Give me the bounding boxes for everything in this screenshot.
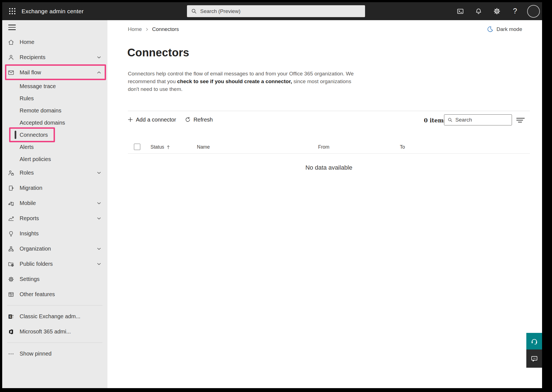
sidebar-item-mobile[interactable]: Mobile (2, 196, 107, 211)
table-grid-icon (8, 291, 14, 298)
notifications-button[interactable] (472, 5, 485, 17)
filter-button[interactable] (515, 116, 526, 125)
powershell-button[interactable] (454, 5, 466, 17)
sidebar-item-label: Reports (20, 215, 39, 222)
dark-mode-toggle[interactable]: Dark mode (487, 26, 522, 33)
feedback-chat-icon (530, 354, 538, 363)
topbar-icon-group: ? (454, 2, 540, 20)
folder-globe-icon (8, 261, 14, 267)
sidebar-item-label: Mail flow (20, 69, 41, 76)
column-header-status[interactable]: Status (150, 144, 170, 150)
sidebar-item-organization[interactable]: Organization (2, 241, 107, 256)
list-search-input[interactable] (455, 117, 509, 123)
sidebar-item-accepted-domains[interactable]: Accepted domains (2, 117, 107, 129)
sidebar-item-label: Classic Exchange adm... (20, 313, 80, 320)
column-header-name[interactable]: Name (197, 144, 210, 150)
svg-text:E: E (9, 315, 11, 318)
sidebar-item-migration[interactable]: Migration (2, 180, 107, 196)
hamburger-icon (8, 25, 16, 25)
table-header-row: Status Name From To (128, 141, 530, 154)
support-button[interactable] (526, 333, 542, 349)
sidebar-item-message-trace[interactable]: Message trace (2, 80, 107, 92)
exchange-logo-icon: E (8, 313, 14, 320)
sidebar-item-label: Other features (20, 291, 55, 298)
sidebar-item-label: Rules (20, 95, 34, 102)
sidebar-item-alert-policies[interactable]: Alert policies (2, 153, 107, 165)
global-search-input[interactable] (200, 8, 361, 14)
select-all-checkbox[interactable] (134, 144, 140, 150)
description-link[interactable]: check to see if you should create a conn… (177, 78, 292, 84)
help-button[interactable]: ? (509, 5, 521, 17)
sidebar-item-label: Connectors (20, 132, 48, 138)
moon-icon (487, 26, 494, 33)
add-connector-label: Add a connector (136, 117, 176, 123)
gear-icon (8, 276, 14, 283)
selected-item-indicator (15, 131, 16, 139)
refresh-label: Refresh (194, 117, 213, 123)
sidebar-item-recipients[interactable]: Recipients (2, 50, 107, 65)
list-toolbar: Add a connector Refresh (127, 114, 213, 125)
column-label: Status (150, 144, 164, 150)
search-icon (447, 117, 453, 123)
sidebar-item-label: Alerts (20, 144, 34, 150)
refresh-button[interactable]: Refresh (184, 116, 213, 123)
home-icon (8, 39, 14, 46)
sidebar-item-label: Accepted domains (20, 120, 65, 126)
sidebar-item-insights[interactable]: Insights (2, 226, 107, 241)
toolbar-divider (128, 111, 530, 111)
column-header-from[interactable]: From (318, 144, 329, 150)
list-search-box[interactable] (444, 114, 512, 125)
app-launcher-button[interactable] (6, 5, 18, 17)
refresh-icon (184, 116, 191, 123)
mail-icon (8, 69, 14, 76)
global-search-box[interactable] (187, 5, 365, 17)
sidebar-item-show-pinned[interactable]: Show pinned (2, 346, 107, 361)
nav-collapse-button[interactable] (8, 25, 16, 30)
sidebar-item-roles[interactable]: Roles (2, 165, 107, 180)
sidebar-item-other-features[interactable]: Other features (2, 287, 107, 302)
chevron-right-icon (145, 27, 149, 31)
person-icon (8, 54, 14, 61)
sidebar-item-connectors[interactable]: Connectors (2, 129, 107, 141)
feedback-button[interactable] (526, 349, 542, 368)
sidebar-item-label: Recipients (20, 54, 45, 60)
sidebar-item-mail-flow[interactable]: Mail flow (2, 65, 107, 80)
plus-icon (127, 117, 133, 123)
sidebar-item-label: Public folders (20, 261, 53, 267)
sidebar-item-reports[interactable]: Reports (2, 211, 107, 226)
sidebar-item-label: Settings (20, 276, 39, 282)
page-title: Connectors (127, 46, 189, 59)
column-label: Name (197, 144, 210, 150)
chevron-up-icon (97, 70, 101, 75)
account-avatar[interactable] (527, 5, 540, 18)
sidebar-item-label: Migration (20, 185, 42, 191)
sidebar-item-public-folders[interactable]: Public folders (2, 256, 107, 272)
settings-gear-button[interactable] (491, 5, 503, 17)
trend-line-icon (8, 215, 14, 222)
sidebar-item-home[interactable]: Home (2, 35, 107, 50)
sidebar-divider (7, 305, 102, 306)
app-window: Exchange admin center (2, 2, 542, 388)
empty-table-message: No data available (128, 164, 530, 171)
gear-icon (493, 7, 501, 15)
add-connector-button[interactable]: Add a connector (127, 117, 176, 123)
terminal-icon (457, 8, 464, 15)
sidebar-item-rules[interactable]: Rules (2, 92, 107, 104)
sidebar-item-alerts[interactable]: Alerts (2, 141, 107, 153)
sidebar-item-remote-domains[interactable]: Remote domains (2, 104, 107, 117)
dark-mode-label: Dark mode (496, 26, 522, 32)
sidebar-item-microsoft-365-admin[interactable]: Microsoft 365 admi... (2, 324, 107, 339)
filter-icon (516, 116, 525, 124)
person-briefcase-icon (8, 170, 14, 176)
breadcrumb-current: Connectors (152, 26, 179, 32)
sidebar-item-label: Home (20, 39, 34, 45)
left-nav: Home Recipients Mail flow (2, 20, 107, 388)
column-label: To (400, 144, 405, 150)
org-chart-icon (8, 246, 14, 252)
chevron-down-icon (97, 262, 101, 266)
sidebar-item-classic-exchange[interactable]: E Classic Exchange adm... (2, 309, 107, 324)
lightbulb-icon (8, 230, 14, 237)
breadcrumb-home-link[interactable]: Home (128, 26, 142, 32)
column-header-to[interactable]: To (400, 144, 405, 150)
sidebar-item-settings[interactable]: Settings (2, 272, 107, 287)
